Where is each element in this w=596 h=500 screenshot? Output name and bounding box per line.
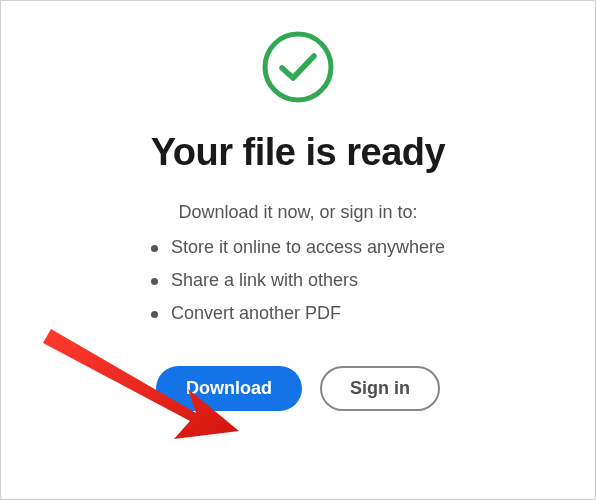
list-item: Convert another PDF bbox=[151, 303, 445, 324]
page-title: Your file is ready bbox=[151, 131, 445, 174]
download-button[interactable]: Download bbox=[156, 366, 302, 411]
signin-button[interactable]: Sign in bbox=[320, 366, 440, 411]
button-row: Download Sign in bbox=[156, 366, 440, 411]
list-item: Share a link with others bbox=[151, 270, 445, 291]
checkmark-circle-icon bbox=[260, 29, 336, 109]
list-item: Store it online to access anywhere bbox=[151, 237, 445, 258]
svg-point-0 bbox=[265, 34, 331, 100]
benefits-list: Store it online to access anywhere Share… bbox=[151, 237, 445, 336]
subtitle-text: Download it now, or sign in to: bbox=[178, 202, 417, 223]
